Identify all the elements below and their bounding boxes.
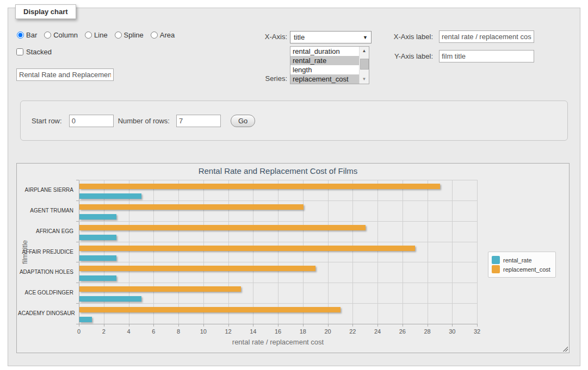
x-gridline [328, 180, 329, 324]
series-option-length[interactable]: length [290, 65, 360, 74]
go-button[interactable]: Go [231, 115, 255, 127]
bar-replacement_cost-ace-goldfinger[interactable] [79, 286, 241, 292]
chart-type-option-spline[interactable]: Spline [115, 31, 144, 39]
chart-type-radio-line[interactable] [85, 32, 92, 39]
y-axis-tick [76, 200, 79, 201]
bar-rental_rate-affair-prejudice[interactable] [79, 255, 116, 261]
bar-rental_rate-agent-truman[interactable] [79, 214, 116, 220]
chart-type-option-label: Line [94, 31, 108, 39]
x-gridline [428, 180, 428, 324]
x-tick-label: 0 [71, 328, 87, 335]
chart-type-option-bar[interactable]: Bar [17, 31, 37, 39]
x-tick-label: 18 [295, 328, 311, 335]
number-of-rows-label: Number of rows: [118, 117, 170, 125]
bar-rental_rate-adaptation-holes[interactable] [79, 275, 116, 281]
chart-type-radio-bar[interactable] [17, 32, 24, 39]
category-label: AGENT TRUMAN [18, 208, 73, 214]
x-axis-select-label: X-Axis: [239, 33, 287, 41]
x-tick-label: 26 [394, 328, 411, 335]
bar-rental_rate-airplane-sierra[interactable] [79, 193, 141, 199]
y-axis-tick [76, 242, 79, 242]
x-gridline [178, 180, 179, 324]
x-gridline [403, 180, 403, 324]
chart-title: Rental Rate and Replacement Cost of Film… [79, 166, 477, 175]
chart-type-option-label: Column [53, 31, 78, 39]
chart-type-radio-area[interactable] [151, 32, 158, 39]
x-tick-label: 32 [469, 328, 485, 335]
x-gridline [129, 180, 129, 324]
x-axis-select[interactable]: title ▼ [290, 31, 372, 43]
x-tick-label: 8 [170, 328, 187, 335]
bar-replacement_cost-african-egg[interactable] [79, 225, 366, 230]
legend: rental_ratereplacement_cost [488, 252, 556, 278]
series-option-rental-duration[interactable]: rental_duration [290, 47, 360, 56]
resize-handle-icon[interactable] [562, 346, 568, 352]
bar-rental_rate-african-egg[interactable] [79, 235, 116, 240]
y-gridline [79, 221, 477, 222]
x-gridline [153, 180, 154, 324]
panel-title: Display chart [15, 4, 76, 19]
x-gridline [377, 180, 378, 324]
y-gridline [79, 180, 477, 180]
x-tick-label: 28 [419, 328, 436, 335]
x-tick-label: 22 [344, 328, 361, 335]
stacked-option[interactable]: Stacked [16, 48, 52, 56]
chart-type-option-area[interactable]: Area [151, 31, 175, 39]
x-gridline [352, 180, 353, 324]
x-tick-label: 2 [96, 328, 112, 335]
y-gridline [79, 200, 477, 201]
x-tick-label: 16 [270, 328, 286, 335]
scrollbar-thumb[interactable] [360, 59, 369, 70]
series-option-rental-rate[interactable]: rental_rate [290, 56, 360, 65]
bar-rental_rate-academy-dinosaur[interactable] [79, 317, 92, 322]
x-gridline [303, 180, 304, 324]
bar-replacement_cost-airplane-sierra[interactable] [79, 184, 440, 189]
start-row-input[interactable] [69, 115, 114, 127]
chart-type-radio-column[interactable] [44, 32, 51, 39]
legend-item-rental_rate[interactable]: rental_rate [492, 256, 550, 264]
series-listbox[interactable]: rental_durationrental_ratelengthreplacem… [290, 46, 369, 84]
y-gridline [79, 283, 477, 283]
stacked-label: Stacked [26, 48, 52, 56]
series-option-replacement-cost[interactable]: replacement_cost [290, 74, 360, 84]
chart-type-option-line[interactable]: Line [85, 31, 108, 39]
category-label: ACADEMY DINOSAUR [18, 310, 73, 316]
x-gridline [79, 180, 79, 324]
x-tick-label: 24 [369, 328, 386, 335]
x-tick-label: 4 [121, 328, 137, 335]
bar-rental_rate-ace-goldfinger[interactable] [79, 296, 141, 302]
category-label: ADAPTATION HOLES [18, 269, 73, 275]
x-axis-label-input[interactable] [439, 30, 534, 43]
chart-title-input[interactable] [16, 68, 114, 81]
y-axis-label-input[interactable] [439, 50, 534, 62]
x-tick-label: 20 [320, 328, 336, 335]
y-gridline [79, 324, 477, 324]
bar-replacement_cost-academy-dinosaur[interactable] [79, 307, 341, 312]
bar-replacement_cost-agent-truman[interactable] [79, 204, 304, 210]
series-select-label: Series: [239, 74, 287, 83]
category-label: AFRICAN EGG [18, 228, 73, 234]
series-scrollbar[interactable]: ▲ ▼ [359, 47, 369, 84]
x-gridline [477, 180, 478, 324]
start-row-label: Start row: [32, 117, 62, 125]
legend-swatch-rental_rate [492, 256, 500, 264]
number-of-rows-input[interactable] [176, 115, 221, 127]
x-gridline [452, 180, 453, 324]
x-axis-selected-value: title [294, 33, 305, 41]
legend-item-replacement_cost[interactable]: replacement_cost [492, 265, 550, 273]
scroll-up-icon[interactable]: ▲ [360, 47, 369, 55]
x-axis-tick [477, 324, 478, 327]
category-label: ACE GOLDFINGER [18, 290, 73, 296]
scroll-down-icon[interactable]: ▼ [360, 75, 369, 84]
bar-replacement_cost-affair-prejudice[interactable] [79, 246, 415, 251]
x-gridline [278, 180, 278, 324]
y-axis-tick [76, 324, 79, 324]
x-axis-label-label: X-Axis label: [380, 33, 433, 41]
chart-type-group: BarColumnLineSplineArea [17, 31, 182, 39]
chart-type-radio-spline[interactable] [115, 32, 122, 39]
x-tick-label: 6 [145, 328, 162, 335]
stacked-checkbox[interactable] [16, 48, 23, 55]
bar-replacement_cost-adaptation-holes[interactable] [79, 266, 315, 271]
legend-swatch-replacement_cost [492, 265, 500, 273]
chart-type-option-column[interactable]: Column [44, 31, 78, 39]
